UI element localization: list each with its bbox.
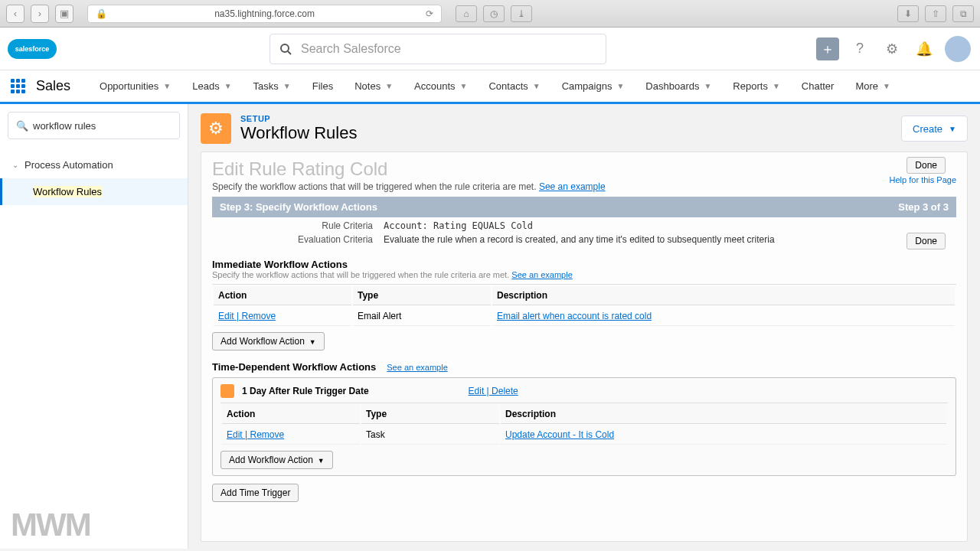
app-name: Sales [36,78,70,94]
add-time-trigger-button[interactable]: Add Time Trigger [212,484,299,502]
downloads-inbox-icon[interactable]: ⤓ [511,5,532,22]
evaluation-criteria-value: Evaluate the rule when a record is creat… [384,234,775,245]
chevron-down-icon: ▼ [283,82,291,90]
trigger-title: 1 Day After Rule Trigger Date [242,386,369,396]
quick-find-input[interactable]: 🔍 workflow rules [8,112,180,139]
svg-point-0 [281,44,289,52]
search-placeholder: Search Salesforce [301,42,401,56]
avatar[interactable] [945,36,971,62]
nav-tasks[interactable]: Tasks▼ [243,70,302,103]
nav-reports[interactable]: Reports▼ [722,70,790,103]
see-example-link[interactable]: See an example [539,181,606,192]
workflow-iframe: Done Help for this Page Edit Rule Rating… [201,152,968,542]
setup-title: Workflow Rules [240,123,357,143]
done-button-2[interactable]: Done [906,233,946,249]
col-action: Action [214,286,351,305]
nav-dashboards[interactable]: Dashboards▼ [635,70,722,103]
chevron-down-icon: ▼ [949,125,956,133]
time-dependent-header: Time-Dependent Workflow Actions [212,361,376,373]
history-icon[interactable]: ◷ [483,5,505,22]
step-label: Step 3: Specify Workflow Actions [220,201,377,213]
notifications-icon[interactable]: 🔔 [913,37,936,60]
search-icon [279,43,292,55]
page-title: Edit Rule Rating Cold [212,158,956,180]
nav-files[interactable]: Files [302,70,344,103]
chevron-down-icon: ▼ [224,82,232,90]
address-bar[interactable]: 🔒 na35.lightning.force.com ⟳ [87,5,442,23]
home-icon[interactable]: ⌂ [456,5,477,22]
watermark: MWM [11,507,90,543]
browser-chrome: ‹ › ▣ 🔒 na35.lightning.force.com ⟳ ⌂ ◷ ⤓… [0,0,980,28]
see-example-link[interactable]: See an example [387,363,448,372]
create-button[interactable]: Create▼ [901,116,968,142]
nav-campaigns[interactable]: Campaigns▼ [551,70,635,103]
table-row: Edit | Remove Email Alert Email alert wh… [214,307,955,326]
tabs-icon[interactable]: ⧉ [952,5,974,22]
add-workflow-action-button-2[interactable]: Add Workflow Action▼ [220,451,333,469]
nav-chatter[interactable]: Chatter [791,70,845,103]
clock-icon [220,384,234,398]
chevron-down-icon: ▼ [773,82,780,90]
col-desc: Description [492,286,955,305]
nav-contacts[interactable]: Contacts▼ [478,70,550,103]
col-type: Type [353,286,491,305]
evaluation-criteria-label: Evaluation Criteria [273,234,373,245]
chevron-down-icon: ▼ [883,82,890,90]
refresh-icon[interactable]: ⟳ [426,8,433,19]
chevron-down-icon: ▼ [704,82,711,90]
page-subtext: Specify the workflow actions that will b… [212,181,956,192]
back-button[interactable]: ‹ [6,5,24,23]
download-button[interactable]: ⬇ [897,5,919,22]
nav-leads[interactable]: Leads▼ [181,70,242,103]
col-desc: Description [501,405,946,424]
setup-sidebar: 🔍 workflow rules ⌄ Process Automation Wo… [0,104,188,549]
see-example-link[interactable]: See an example [511,270,573,279]
nav-opportunities[interactable]: Opportunities▼ [89,70,181,103]
row-type: Task [361,425,499,445]
table-row: Edit | Remove Task Update Account - It i… [222,425,946,445]
col-type: Type [361,405,499,424]
chevron-down-icon: ▼ [616,82,624,90]
tree-workflow-rules[interactable]: Workflow Rules [0,178,188,205]
nav-bar: Sales Opportunities▼ Leads▼ Tasks▼ Files… [0,70,980,104]
help-icon[interactable]: ? [848,37,871,60]
edit-remove-link[interactable]: Edit | Remove [227,429,284,440]
chevron-down-icon: ▼ [460,82,468,90]
edit-remove-link[interactable]: Edit | Remove [218,311,276,321]
setup-gear-icon[interactable]: ⚙ [880,37,903,60]
immediate-actions-table: Action Type Description Edit | Remove Em… [212,284,956,328]
add-workflow-action-button[interactable]: Add Workflow Action▼ [212,332,325,350]
chevron-down-icon: ▼ [163,82,171,90]
chevron-down-icon: ▼ [309,338,316,346]
sidebar-toggle-button[interactable]: ▣ [55,5,74,23]
salesforce-logo[interactable]: salesforce [9,33,55,65]
forward-button[interactable]: › [31,5,49,23]
share-icon[interactable]: ⇧ [925,5,946,22]
main-content: ⚙ SETUP Workflow Rules Create▼ Done Help… [188,104,980,549]
chevron-down-icon: ▼ [318,457,325,465]
app-launcher-icon[interactable] [11,79,25,93]
setup-eyebrow: SETUP [240,114,357,123]
chevron-down-icon: ▼ [533,82,541,90]
col-action: Action [222,405,360,424]
row-desc-link[interactable]: Email alert when account is rated cold [497,311,652,321]
chevron-down-icon: ⌄ [12,161,18,169]
done-button[interactable]: Done [906,157,946,174]
tree-process-automation[interactable]: ⌄ Process Automation [0,152,188,178]
svg-line-1 [288,51,291,54]
rule-criteria-value: Account: Rating EQUALS Cold [384,220,533,231]
nav-accounts[interactable]: Accounts▼ [403,70,478,103]
chevron-down-icon: ▼ [385,82,393,90]
nav-more[interactable]: More▼ [844,70,901,103]
search-icon: 🔍 [16,120,28,132]
trigger-edit-delete-link[interactable]: Edit | Delete [469,386,518,396]
global-search[interactable]: Search Salesforce [270,34,606,64]
row-desc-link[interactable]: Update Account - It is Cold [505,429,614,440]
row-type: Email Alert [353,307,491,326]
help-link[interactable]: Help for this Page [890,175,956,184]
step-count: Step 3 of 3 [898,201,949,213]
trigger-actions-table: Action Type Description Edit | Remove Ta… [220,403,948,446]
lock-icon: 🔒 [96,8,107,19]
global-add-button[interactable]: ＋ [816,37,839,60]
nav-notes[interactable]: Notes▼ [344,70,403,103]
